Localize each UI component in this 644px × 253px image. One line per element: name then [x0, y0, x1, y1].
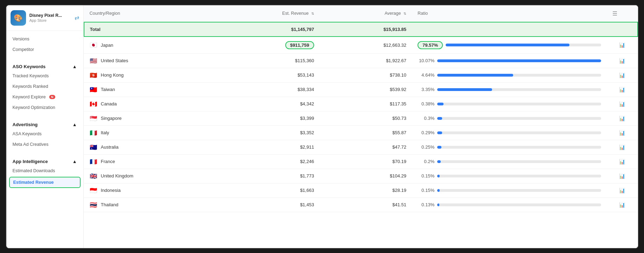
average-cell: $70.19 [320, 154, 412, 169]
total-row: Total $1,145,797 $15,913.85 [84, 22, 638, 37]
table-row: 🇹🇼 Taiwan $38,334 $539.92 3.35% 📊 [84, 82, 638, 97]
chart-icon[interactable]: 📊 [619, 130, 625, 136]
table-row: 🇦🇺 Australia $2,911 $47.72 0.25% 📊 [84, 140, 638, 154]
chart-action-cell[interactable]: 📊 [607, 197, 637, 212]
sidebar-item-keyword-explore[interactable]: Keyword Explore N [6, 92, 83, 102]
revenue-cell: $1,453 [228, 197, 320, 212]
chart-icon[interactable]: 📊 [619, 173, 625, 179]
sidebar-item-competitor[interactable]: Competitor [6, 44, 83, 55]
revenue-cell: $911,759 [228, 37, 320, 54]
sidebar-item-estimated-downloads[interactable]: Estimated Downloads [6, 166, 83, 176]
total-average: $15,913.85 [383, 27, 406, 32]
ratio-bar-bg [437, 203, 601, 206]
revenue-cell: $53,143 [228, 68, 320, 82]
country-name: United Kingdom [101, 173, 134, 179]
revenue-cell: $3,352 [228, 125, 320, 140]
ratio-bar-fill [437, 175, 440, 177]
ratio-bar-fill [437, 88, 492, 91]
sidebar-item-meta-ad-creatives[interactable]: Meta Ad Creatives [6, 139, 83, 150]
chart-action-cell[interactable]: 📊 [607, 169, 637, 183]
sidebar-item-estimated-revenue[interactable]: Estimated Revenue [9, 177, 81, 188]
table-row: 🇬🇧 United Kingdom $1,773 $104.29 0.15% 📊 [84, 169, 638, 183]
country-name: United States [101, 58, 128, 63]
chart-icon[interactable]: 📊 [619, 188, 625, 193]
revenue-cell: $3,399 [228, 111, 320, 125]
revenue-cell: $2,911 [228, 140, 320, 154]
ratio-cell: 0.2% [412, 154, 607, 169]
table-row: 🇫🇷 France $2,246 $70.19 0.2% 📊 [84, 154, 638, 169]
app-name: Disney Pixel R... [30, 13, 71, 19]
ratio-bar-bg [437, 131, 601, 134]
country-flag: 🇮🇹 [90, 130, 97, 136]
country-flag: 🇨🇦 [90, 101, 97, 107]
chart-action-cell[interactable]: 📊 [607, 125, 637, 140]
sort-revenue-icon: ⇅ [311, 12, 314, 15]
ratio-bar-bg [437, 59, 601, 62]
col-header-action[interactable]: ☰ [607, 5, 637, 22]
sidebar-item-asa-keywords[interactable]: ASA Keywords [6, 129, 83, 139]
country-cell: 🇬🇧 United Kingdom [84, 169, 228, 183]
ratio-cell: 0.3% [412, 111, 607, 125]
chart-action-cell[interactable]: 📊 [607, 37, 637, 54]
average-cell: $539.92 [320, 82, 412, 97]
revenue-table: Country/Region Est. Revenue ⇅ Average ⇅ … [84, 5, 638, 212]
main-content: Country/Region Est. Revenue ⇅ Average ⇅ … [84, 5, 638, 248]
switch-icon[interactable]: ⇄ [75, 14, 79, 21]
country-cell: 🇨🇦 Canada [84, 97, 228, 111]
sort-average-icon: ⇅ [403, 12, 406, 15]
average-cell: $12,663.32 [320, 37, 412, 54]
chart-icon[interactable]: 📊 [619, 202, 625, 208]
ratio-bar-fill [437, 59, 601, 62]
country-cell: 🇺🇸 United States [84, 53, 228, 68]
chart-icon[interactable]: 📊 [619, 87, 625, 92]
country-flag: 🇯🇵 [90, 42, 97, 48]
chart-icon[interactable]: 📊 [619, 116, 625, 121]
sidebar-header: 🎨 Disney Pixel R... App Store ⇄ [6, 5, 83, 31]
chart-action-cell[interactable]: 📊 [607, 154, 637, 169]
chart-action-cell[interactable]: 📊 [607, 97, 637, 111]
average-cell: $47.72 [320, 140, 412, 154]
average-cell: $41.51 [320, 197, 412, 212]
sidebar-item-keywords-ranked[interactable]: Keywords Ranked [6, 81, 83, 92]
highlighted-revenue: $911,759 [285, 41, 314, 49]
chart-action-cell[interactable]: 📊 [607, 68, 637, 82]
chart-icon[interactable]: 📊 [619, 144, 625, 150]
chart-icon[interactable]: 📊 [619, 101, 625, 107]
menu-icon[interactable]: ☰ [612, 11, 617, 17]
col-header-ratio: Ratio [412, 5, 607, 22]
table-row: 🇯🇵 Japan $911,759 $12,663.32 79.57% 📊 [84, 37, 638, 54]
ratio-bar-fill [437, 117, 442, 120]
country-cell: 🇮🇹 Italy [84, 125, 228, 140]
chart-icon[interactable]: 📊 [619, 72, 625, 78]
table-row: 🇮🇩 Indonesia $1,663 $28.19 0.15% 📊 [84, 183, 638, 197]
chart-icon[interactable]: 📊 [619, 42, 625, 48]
country-cell: 🇸🇬 Singapore [84, 111, 228, 125]
country-cell: 🇮🇩 Indonesia [84, 183, 228, 197]
chart-action-cell[interactable]: 📊 [607, 111, 637, 125]
col-header-revenue[interactable]: Est. Revenue ⇅ [228, 5, 320, 22]
chart-icon[interactable]: 📊 [619, 159, 625, 164]
chart-action-cell[interactable]: 📊 [607, 82, 637, 97]
app-icon: 🎨 [11, 10, 26, 26]
ratio-cell: 0.25% [412, 140, 607, 154]
chart-action-cell[interactable]: 📊 [607, 140, 637, 154]
ratio-bar-bg [446, 44, 601, 46]
ratio-bar-fill [437, 103, 444, 105]
top-nav-section: Versions Competitor [6, 31, 83, 58]
app-subtitle: App Store [30, 18, 71, 22]
ratio-bar-fill [437, 146, 441, 149]
chart-action-cell[interactable]: 📊 [607, 183, 637, 197]
average-cell: $28.19 [320, 183, 412, 197]
sidebar-item-versions[interactable]: Versions [6, 34, 83, 44]
country-flag: 🇹🇭 [90, 202, 97, 208]
col-header-average[interactable]: Average ⇅ [320, 5, 412, 22]
new-badge: N [49, 95, 55, 99]
sidebar-item-tracked-keywords[interactable]: Tracked Keywords [6, 71, 83, 81]
sidebar-item-keyword-optimization[interactable]: Keyword Optimization [6, 102, 83, 113]
country-name: Thailand [101, 202, 119, 207]
advertising-section: Advertising ▲ ASA Keywords Meta Ad Creat… [6, 116, 83, 153]
chart-action-cell[interactable]: 📊 [607, 53, 637, 68]
ratio-bar-fill [437, 74, 513, 77]
chart-icon[interactable]: 📊 [619, 58, 625, 64]
table-row: 🇭🇰 Hong Kong $53,143 $738.10 4.64% 📊 [84, 68, 638, 82]
